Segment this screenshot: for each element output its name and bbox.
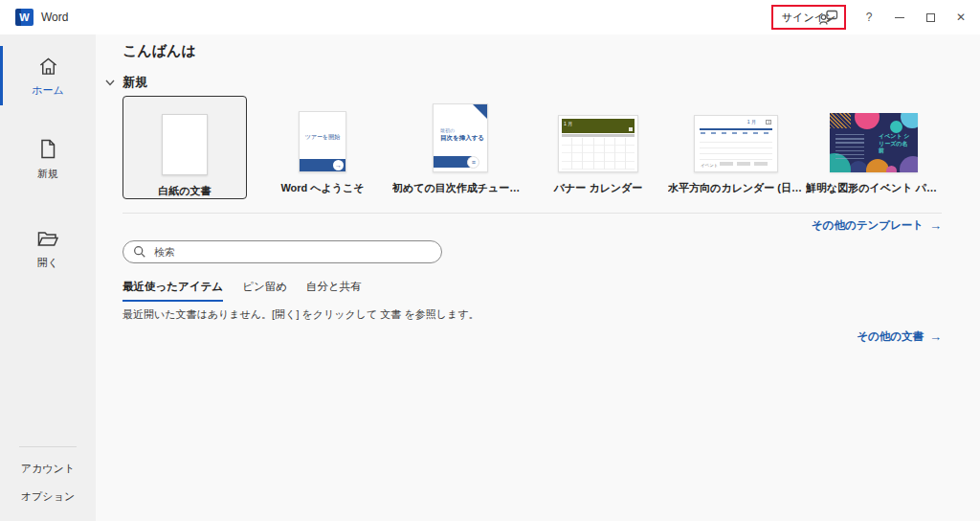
sidebar-item-options[interactable]: オプション [0, 489, 96, 504]
document-tabs: 最近使ったアイテム ピン留め 自分と共有 [122, 280, 362, 302]
sidebar-item-label: 開く [37, 256, 58, 270]
link-label: その他の文書 [857, 329, 924, 344]
blank-document-thumbnail [162, 114, 208, 175]
new-section-title: 新規 [122, 74, 147, 91]
events-label: イベント [701, 163, 718, 168]
sidebar-item-label: ホーム [32, 83, 64, 98]
thumb-caption: 最初の [440, 127, 455, 133]
calendar-grid [562, 138, 635, 170]
template-label: 鮮明な図形のイベント パンフレ… [806, 181, 942, 195]
calendar-rule [700, 128, 772, 130]
minimize-icon [895, 17, 904, 18]
feedback-button[interactable] [815, 0, 842, 34]
template-card-toc-tutorial[interactable]: 最初の 目次を挿入する ≡ 初めての目次作成チュートリアル [398, 96, 523, 199]
tab-recent[interactable]: 最近使ったアイテム [122, 280, 223, 302]
brochure-text-lines [835, 134, 864, 159]
sidebar: ホーム 新規 開く アカウント オプション [0, 34, 96, 521]
banner-calendar-thumbnail: 1 月 [558, 115, 638, 172]
template-label: Word へようこそ [255, 181, 390, 195]
new-document-icon [37, 138, 58, 160]
mini-table-icon [766, 120, 771, 125]
sidebar-item-label: 新規 [37, 167, 58, 181]
calendar-subbar [562, 134, 635, 137]
event-brochure-thumbnail: イベント シリーズの名前 [830, 113, 918, 172]
template-card-blank-document[interactable]: 白紙の文書 [122, 96, 247, 199]
template-card-banner-calendar[interactable]: 1 月 バナー カレンダー [536, 96, 660, 199]
home-icon [37, 56, 59, 77]
template-label: 白紙の文書 [125, 184, 244, 198]
greeting-heading: こんばんは [122, 42, 196, 60]
arrow-right-icon: → [929, 329, 942, 344]
titlebar: W Word サインイン ? ✕ [0, 0, 980, 34]
template-label: 水平方向のカレンダー (日曜… [668, 181, 804, 195]
tab-pinned[interactable]: ピン留め [242, 280, 287, 302]
corner-triangle [473, 104, 487, 119]
thumb-caption: 目次を挿入する [440, 134, 484, 143]
template-label: 初めての目次作成チュートリアル [392, 181, 528, 195]
sidebar-item-new[interactable]: 新規 [0, 138, 96, 181]
month-label: 1 月 [564, 121, 572, 126]
search-box[interactable] [122, 240, 442, 263]
empty-state-message: 最近開いた文書はありません。[開く] をクリックして 文書 を参照します。 [122, 307, 479, 322]
thumb-caption: ツアーを開始 [300, 133, 345, 142]
chevron-down-icon [105, 79, 115, 86]
template-gallery: 白紙の文書 ツアーを開始 → Word へようこそ 最初の [122, 96, 936, 199]
calendar-grid [700, 137, 772, 160]
more-documents-link[interactable]: その他の文書 → [857, 329, 942, 344]
section-divider [122, 213, 942, 214]
calendar-corner-glyph [629, 127, 633, 131]
template-card-vivid-event-brochure[interactable]: イベント シリーズの名前 鮮明な図形のイベント パンフレ… [812, 96, 936, 199]
help-button[interactable]: ? [856, 0, 882, 34]
new-section-header[interactable]: 新規 [105, 74, 147, 91]
blob-purple [900, 156, 918, 172]
thumb-blue-bar [434, 156, 472, 168]
events-lines [720, 162, 771, 166]
blob-navy [849, 161, 868, 172]
welcome-thumbnail: ツアーを開始 → [299, 111, 346, 172]
sidebar-divider [19, 446, 77, 447]
template-label: バナー カレンダー [530, 181, 666, 195]
word-start-screen: W Word サインイン ? ✕ [0, 0, 980, 521]
start-tour-arrow-icon: → [333, 160, 344, 170]
template-card-welcome-to-word[interactable]: ツアーを開始 → Word へようこそ [260, 96, 385, 199]
sidebar-item-account[interactable]: アカウント [0, 462, 96, 476]
minimize-button[interactable] [886, 0, 913, 34]
close-button[interactable]: ✕ [947, 0, 974, 34]
maximize-button[interactable] [917, 0, 944, 34]
blob-pink-small [886, 166, 897, 172]
blob-hatch [830, 113, 851, 128]
weekday-row [701, 132, 771, 134]
month-label: 1 月 [747, 119, 756, 125]
tab-shared-with-me[interactable]: 自分と共有 [306, 280, 362, 302]
horizontal-calendar-thumbnail: 1 月 イベント [694, 115, 778, 172]
toc-icon: ≡ [467, 156, 479, 169]
word-logo-icon: W [15, 9, 33, 26]
template-card-horizontal-calendar[interactable]: 1 月 イベント 水平方向のカレンダー (日曜… [674, 96, 798, 199]
sidebar-item-open[interactable]: 開く [0, 229, 96, 270]
calendar-header: 1 月 [562, 119, 635, 133]
blob-teal [890, 121, 902, 133]
brochure-title: イベント シリーズの名前 [879, 133, 913, 155]
open-folder-icon [36, 229, 59, 249]
sidebar-item-home[interactable]: ホーム [0, 56, 96, 98]
word-logo-letter: W [19, 11, 29, 23]
app-title: Word [41, 11, 68, 24]
blob-pink [855, 113, 880, 129]
arrow-right-icon: → [929, 218, 942, 233]
blob-skyblue [901, 113, 918, 128]
maximize-icon [926, 13, 935, 22]
search-input[interactable] [154, 246, 432, 258]
search-icon [133, 245, 146, 259]
feedback-icon [819, 10, 838, 26]
more-templates-link[interactable]: その他のテンプレート → [812, 218, 942, 233]
link-label: その他のテンプレート [812, 218, 924, 233]
main-content: こんばんは 新規 白紙の文書 ツアーを開始 [96, 34, 980, 521]
toc-tutorial-thumbnail: 最初の 目次を挿入する ≡ [433, 103, 488, 172]
